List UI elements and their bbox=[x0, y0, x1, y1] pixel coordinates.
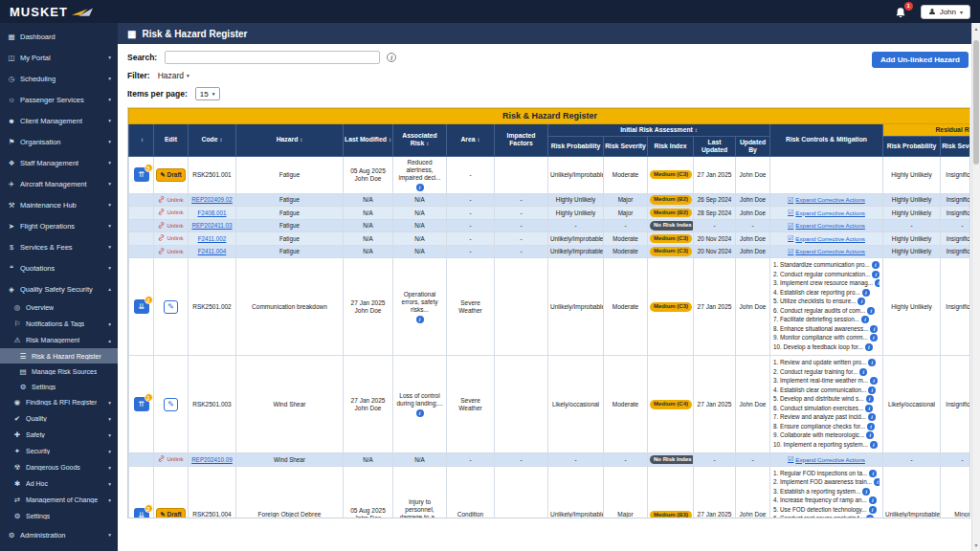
expand-corrective-actions-link[interactable]: ☑Expand Corrective Actions bbox=[788, 234, 865, 243]
info-icon[interactable]: i bbox=[865, 405, 873, 412]
expand-corrective-actions-link[interactable]: ☑Expand Corrective Actions bbox=[788, 196, 865, 205]
sidebar-item-dangerous-goods[interactable]: ☢Dangerous Goods▾ bbox=[0, 459, 118, 475]
sidebar-item-quality[interactable]: ✔Quality▾ bbox=[0, 410, 118, 427]
unlink-button[interactable]: Unlink bbox=[158, 222, 183, 229]
sidebar-item-settings[interactable]: ⚙Settings bbox=[0, 508, 118, 524]
info-icon[interactable]: i bbox=[867, 423, 875, 430]
info-icon[interactable]: i bbox=[874, 478, 880, 486]
scroll-up-arrow-icon[interactable]: ▲ bbox=[972, 26, 980, 32]
unlink-button[interactable]: Unlink bbox=[158, 209, 183, 215]
edit-draft-button[interactable]: ✎ Draft bbox=[156, 508, 185, 518]
search-input[interactable] bbox=[165, 51, 380, 64]
expand-linked-button[interactable]: ⇊2 bbox=[134, 508, 149, 518]
info-icon[interactable]: i bbox=[858, 298, 865, 305]
info-icon[interactable]: i bbox=[867, 307, 875, 315]
expand-corrective-actions-link[interactable]: ☑Expand Corrective Actions bbox=[788, 248, 865, 256]
info-icon[interactable]: i bbox=[861, 316, 869, 323]
add-unlinked-hazard-button[interactable]: Add Un-linked Hazard bbox=[872, 52, 969, 68]
sidebar-item-organisation[interactable]: ⚑Organisation▾ bbox=[0, 131, 118, 152]
user-menu-button[interactable]: John ▾ bbox=[921, 5, 970, 19]
scroll-down-arrow-icon[interactable]: ▼ bbox=[972, 542, 980, 548]
expand-corrective-actions-link[interactable]: ☑Expand Corrective Actions bbox=[788, 455, 865, 464]
info-icon[interactable]: i bbox=[869, 506, 877, 514]
edit-button[interactable]: ✎ bbox=[164, 300, 178, 314]
sidebar-item-quality-safety-security[interactable]: ◈Quality Safety Security▴ bbox=[0, 278, 118, 299]
sidebar-item-manage-risk-sources[interactable]: ▤Manage Risk Sources bbox=[0, 364, 118, 379]
info-icon[interactable]: i bbox=[868, 359, 876, 366]
unlink-button[interactable]: Unlink bbox=[158, 196, 183, 203]
info-icon[interactable]: i bbox=[869, 496, 877, 504]
items-per-page-select[interactable]: 15 ▾ bbox=[195, 87, 220, 100]
sidebar-item-risk-management[interactable]: ⚠Risk Management▴ bbox=[0, 332, 118, 348]
code-column-header[interactable]: Code↕ bbox=[189, 124, 236, 157]
sort-icon[interactable]: ↕ bbox=[141, 137, 144, 143]
expand-corrective-actions-link[interactable]: ☑Expand Corrective Actions bbox=[788, 209, 865, 217]
sidebar-item-administration[interactable]: ⚙Administration▾ bbox=[0, 524, 118, 545]
info-icon[interactable]: i bbox=[868, 386, 876, 394]
sidebar-item-quotations[interactable]: ❝Quotations▾ bbox=[0, 257, 118, 278]
search-info-icon[interactable]: i bbox=[387, 53, 396, 62]
expand-linked-button[interactable]: ⇊2 bbox=[134, 299, 149, 314]
sidebar-item-passenger-services[interactable]: ☺Passenger Services▾ bbox=[0, 89, 118, 110]
vertical-scrollbar[interactable]: ▲ ▼ bbox=[971, 23, 980, 551]
info-icon[interactable]: i bbox=[872, 261, 880, 269]
sidebar-item-safety[interactable]: ✚Safety▾ bbox=[0, 427, 118, 443]
initial-risk-assessment-group-header[interactable]: Initial Risk Assessment↕ bbox=[548, 124, 770, 137]
info-icon[interactable]: i bbox=[865, 343, 873, 351]
sidebar-item-notifications-tags[interactable]: ⚐Notifications & Tags▾ bbox=[0, 316, 118, 332]
info-icon[interactable]: i bbox=[870, 377, 878, 385]
linked-code-link[interactable]: F2408.001 bbox=[197, 209, 226, 216]
filter-select[interactable]: Hazard ▾ bbox=[158, 71, 189, 80]
info-icon[interactable]: i bbox=[862, 488, 870, 496]
sidebar-item-ad-hoc[interactable]: ✱Ad Hoc▾ bbox=[0, 475, 118, 492]
info-icon[interactable]: i bbox=[866, 515, 874, 518]
edit-draft-button[interactable]: ✎ Draft bbox=[156, 168, 185, 182]
expand-corrective-actions-link[interactable]: ☑Expand Corrective Actions bbox=[788, 222, 865, 231]
unlink-button[interactable]: Unlink bbox=[158, 248, 183, 254]
sidebar-item-flight-operations[interactable]: ➤Flight Operations▾ bbox=[0, 215, 118, 236]
linked-code-link[interactable]: REP202411.03 bbox=[191, 222, 232, 229]
info-icon[interactable]: i bbox=[872, 271, 880, 278]
info-icon[interactable]: i bbox=[866, 431, 874, 439]
info-icon[interactable]: i bbox=[868, 413, 876, 421]
sidebar-item-services-fees[interactable]: $Services & Fees▾ bbox=[0, 236, 118, 257]
sidebar-item-management-of-change[interactable]: ⇄Management of Change▾ bbox=[0, 492, 118, 508]
hazard-column-header[interactable]: Hazard↕ bbox=[236, 124, 344, 157]
sidebar-item-my-portal[interactable]: ◫My Portal▾ bbox=[0, 47, 118, 68]
sidebar-item-security[interactable]: ✦Security▾ bbox=[0, 443, 118, 459]
associated-risk-column-header[interactable]: Associated Risk↕ bbox=[393, 124, 447, 157]
scrollbar-thumb[interactable] bbox=[973, 40, 979, 165]
info-icon[interactable]: i bbox=[416, 316, 424, 323]
linked-code-link[interactable]: F2411.002 bbox=[198, 235, 227, 242]
info-icon[interactable]: i bbox=[870, 325, 878, 333]
info-icon[interactable]: i bbox=[859, 368, 867, 376]
linked-code-link[interactable]: REP202409.02 bbox=[191, 196, 233, 203]
expand-linked-button[interactable]: ⇈5 bbox=[134, 167, 149, 182]
sidebar-item-settings[interactable]: ⚙Settings bbox=[0, 379, 118, 394]
info-icon[interactable]: i bbox=[870, 441, 878, 449]
info-icon[interactable]: i bbox=[866, 395, 874, 403]
sidebar-item-staff-management[interactable]: ❖Staff Management▾ bbox=[0, 152, 118, 173]
info-icon[interactable]: i bbox=[869, 470, 877, 477]
expand-linked-button[interactable]: ⇈1 bbox=[134, 397, 149, 411]
sidebar-item-maintenance-hub[interactable]: ⚒Maintenance Hub▾ bbox=[0, 194, 118, 215]
info-icon[interactable]: i bbox=[416, 409, 424, 417]
sidebar-item-findings-rfi-register[interactable]: ◉Findings & RFI Register▾ bbox=[0, 394, 118, 410]
linked-code-link[interactable]: REP202410.09 bbox=[191, 456, 233, 463]
unlink-button[interactable]: Unlink bbox=[158, 234, 183, 241]
notifications-bell-button[interactable]: 1 bbox=[895, 6, 907, 18]
last-modified-column-header[interactable]: Last Modified↕ bbox=[344, 124, 393, 157]
brand-logo[interactable]: MUSKET bbox=[10, 5, 93, 19]
info-icon[interactable]: i bbox=[416, 184, 424, 191]
info-icon[interactable]: i bbox=[875, 279, 880, 287]
edit-button[interactable]: ✎ bbox=[164, 398, 178, 411]
info-icon[interactable]: i bbox=[870, 334, 878, 342]
info-icon[interactable]: i bbox=[862, 289, 870, 297]
sidebar-item-aircraft-management[interactable]: ✈Aircraft Management▾ bbox=[0, 173, 118, 194]
sidebar-item-scheduling[interactable]: ◷Scheduling▾ bbox=[0, 68, 118, 89]
linked-code-link[interactable]: F2411.004 bbox=[198, 248, 227, 254]
sidebar-item-dashboard[interactable]: ▦Dashboard bbox=[0, 26, 118, 47]
area-column-header[interactable]: Area↕ bbox=[447, 124, 495, 157]
sidebar-item-risk-hazard-register[interactable]: ☰Risk & Hazard Register bbox=[0, 348, 118, 364]
sidebar-item-client-management[interactable]: ☻Client Management▾ bbox=[0, 110, 118, 131]
